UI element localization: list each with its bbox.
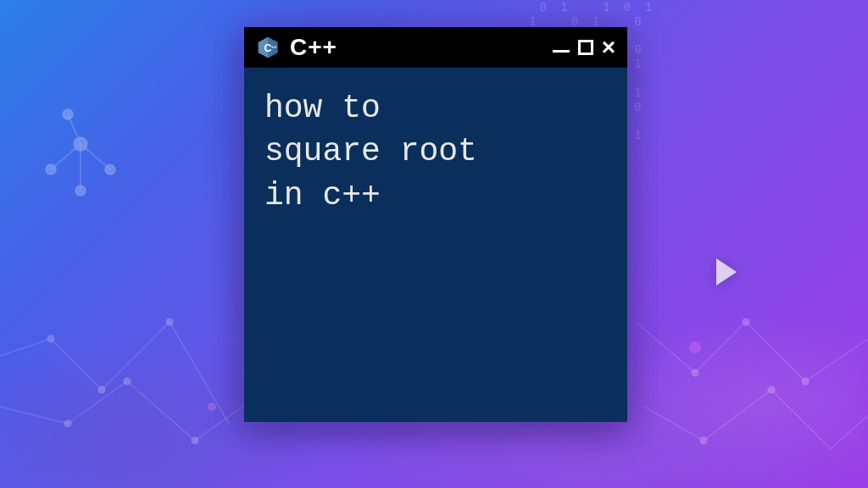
terminal-content: how to square root in c++ (264, 86, 607, 217)
svg-line-18 (81, 144, 110, 169)
svg-line-19 (68, 114, 81, 144)
svg-point-2 (166, 319, 173, 325)
svg-text:+: + (274, 42, 277, 48)
svg-point-11 (74, 137, 87, 151)
svg-point-1 (98, 386, 105, 393)
close-icon[interactable]: × (602, 36, 615, 59)
svg-point-4 (124, 378, 131, 385)
window-title: C++ (290, 34, 553, 61)
svg-point-9 (700, 437, 707, 444)
svg-line-16 (51, 144, 81, 169)
svg-point-8 (802, 378, 809, 385)
play-cursor-icon (716, 258, 737, 286)
terminal-window: C + + C++ × how to square root in c++ (244, 27, 627, 422)
svg-point-10 (768, 386, 775, 393)
svg-point-15 (63, 109, 73, 119)
svg-point-0 (47, 336, 54, 342)
svg-point-6 (692, 369, 698, 376)
window-controls: × (553, 36, 615, 59)
window-titlebar[interactable]: C + + C++ × (244, 27, 627, 68)
svg-point-3 (64, 420, 71, 427)
svg-point-14 (105, 164, 115, 175)
svg-point-21 (208, 402, 216, 411)
svg-point-13 (75, 186, 86, 196)
svg-point-7 (743, 319, 749, 325)
svg-point-12 (46, 164, 56, 175)
terminal-body[interactable]: how to square root in c++ (244, 68, 627, 422)
maximize-icon[interactable] (578, 40, 593, 55)
svg-point-5 (192, 437, 198, 444)
svg-point-20 (689, 341, 701, 353)
minimize-icon[interactable] (553, 50, 570, 53)
cpp-logo-icon: C + + (256, 36, 280, 59)
